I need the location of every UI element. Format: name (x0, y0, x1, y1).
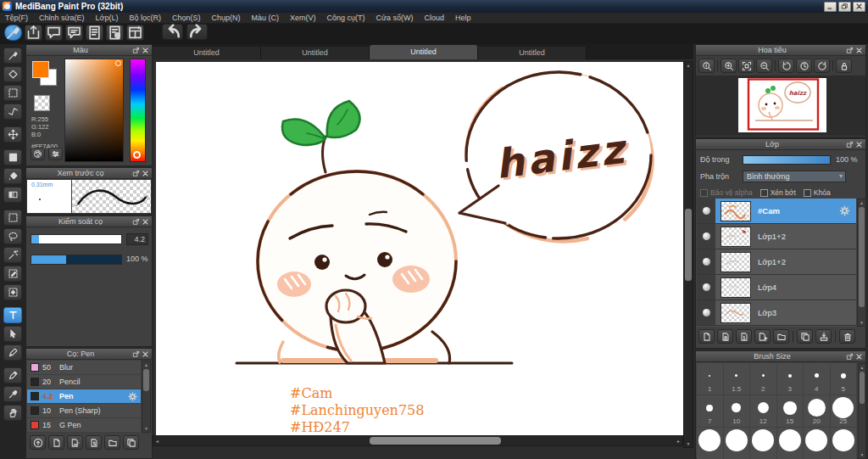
brush-item-g-pen[interactable]: 15G Pen (27, 418, 141, 433)
panel-popout-icon[interactable] (846, 353, 854, 361)
document-tab-4[interactable]: Untitled (478, 47, 587, 59)
brush-item-pen-sharp[interactable]: 10Pen (Sharp) (27, 404, 141, 418)
layer-opacity-slider[interactable] (743, 155, 831, 165)
panel-popout-icon[interactable] (132, 170, 140, 177)
brush-size-cell[interactable] (777, 428, 804, 459)
move-tool[interactable] (3, 126, 22, 143)
brush-control-header[interactable]: Kiểm soát cọ (26, 216, 152, 227)
merge-layer-button[interactable] (815, 329, 832, 344)
add-8bit-layer-button[interactable] (717, 329, 733, 344)
menu-item-c-ng-c-t[interactable]: Công cụ(T) (327, 14, 365, 22)
brush-size-cell-20[interactable]: 20 (804, 395, 831, 428)
document-button[interactable] (86, 25, 103, 41)
brush-size-cell-10[interactable]: 10 (724, 395, 751, 428)
color-sliders-button[interactable] (48, 148, 63, 160)
brush-size-cell-4[interactable]: 4 (804, 363, 831, 395)
scroll-left-icon[interactable] (153, 436, 161, 445)
brush-opacity-slider[interactable] (31, 255, 122, 265)
panel-popout-icon[interactable] (132, 47, 140, 54)
checkbox-b-o-v-alpha[interactable]: Bảo vệ alpha (700, 188, 753, 197)
layer-visibility-toggle[interactable] (697, 199, 715, 223)
document-tab-3[interactable]: Untitled (370, 45, 478, 59)
panel-close-icon[interactable] (855, 353, 863, 361)
comment-list-button[interactable] (65, 25, 83, 41)
upload-brush-button[interactable] (30, 435, 46, 450)
menu-item-cloud[interactable]: Cloud (425, 14, 445, 22)
layer-settings-gear-icon[interactable] (838, 204, 851, 217)
color-panel-header[interactable]: Màu (26, 45, 152, 56)
brush-size-cell-25[interactable]: 25 (831, 395, 858, 428)
scroll-thumb[interactable] (370, 437, 501, 445)
scroll-thumb[interactable] (685, 209, 692, 281)
eyedropper-tool[interactable] (3, 386, 22, 402)
add-script-brush-button[interactable] (86, 435, 102, 450)
layer-visibility-toggle[interactable] (697, 224, 715, 249)
add-layer-button[interactable] (698, 329, 715, 344)
magic-wand-tool[interactable] (3, 247, 22, 263)
brush-size-cell-1[interactable]: 1 (697, 363, 724, 395)
undo-button[interactable] (162, 24, 183, 40)
layer-row-l-p1-2[interactable]: Lớp1+2 (697, 224, 856, 249)
brush-folder-button[interactable] (104, 435, 120, 450)
menu-item-ch-n-s[interactable]: Chọn(S) (172, 14, 201, 22)
document-tab-2[interactable]: Untitled (261, 47, 370, 59)
brush-size-cell[interactable] (750, 428, 777, 459)
marquee-tool[interactable] (3, 85, 22, 101)
scroll-down-icon[interactable] (684, 440, 693, 447)
brush-size-cell[interactable] (724, 428, 751, 459)
menu-item-m-u-c[interactable]: Màu (C) (252, 14, 280, 22)
lasso-tool[interactable] (3, 228, 22, 244)
comment-button[interactable] (45, 25, 63, 41)
select-rect-tool[interactable] (3, 210, 22, 226)
add-layer-menu-button[interactable] (754, 329, 771, 344)
zoom-out-button[interactable] (756, 59, 772, 73)
scroll-up-icon[interactable] (858, 199, 865, 206)
document-settings-button[interactable] (106, 25, 124, 41)
panel-close-icon[interactable] (142, 350, 149, 358)
menu-item-ch-nh-s-a-e[interactable]: Chỉnh sửa(E) (39, 14, 85, 22)
text-tool[interactable] (3, 307, 22, 323)
hue-bar[interactable] (130, 59, 146, 162)
duplicate-layer-button[interactable] (797, 329, 813, 344)
bucket-tool[interactable] (3, 168, 22, 184)
scroll-down-icon[interactable] (142, 425, 150, 432)
brush-preview-header[interactable]: Xem trước cọ (26, 168, 152, 179)
title-bar[interactable]: MediBang Paint Pro (32bit) (0, 0, 868, 13)
zoom-reset-button[interactable] (698, 59, 715, 73)
brush-size-cell-7[interactable]: 7 (697, 395, 724, 428)
checkbox-box[interactable] (700, 189, 708, 197)
brush-size-cell-5[interactable]: 5 (831, 363, 858, 395)
eraser-tool[interactable] (3, 66, 22, 82)
scroll-thumb[interactable] (859, 207, 865, 307)
rotate-ccw-button[interactable] (778, 59, 794, 73)
menu-item-t-p-f[interactable]: Tệp(F) (5, 14, 28, 22)
brush-size-cell-15[interactable]: 15 (777, 395, 804, 428)
brush-size-cell[interactable] (831, 428, 858, 459)
checkbox-box[interactable] (760, 189, 768, 197)
panel-close-icon[interactable] (142, 170, 149, 177)
zoom-in-button[interactable] (721, 59, 737, 73)
layer-visibility-toggle[interactable] (697, 275, 715, 299)
select-pen-tool[interactable] (3, 266, 22, 282)
menu-item-help[interactable]: Help (455, 14, 471, 22)
brush-size-cell[interactable] (804, 428, 831, 459)
add-1bit-layer-button[interactable] (736, 329, 752, 344)
brush-size-scrollbar[interactable] (858, 363, 866, 459)
brush-size-header[interactable]: Brush Size (696, 351, 865, 362)
fit-window-button[interactable] (738, 59, 754, 73)
paint-mode-button[interactable] (4, 25, 22, 41)
canvas-vertical-scrollbar[interactable] (683, 61, 693, 448)
redo-button[interactable] (186, 24, 208, 40)
hand-tool[interactable] (3, 405, 22, 421)
layer-row-l-p1-2[interactable]: Lớp1+2 (697, 249, 856, 275)
brush-item-pen[interactable]: 4.2Pen (27, 389, 141, 404)
operation-tool[interactable] (3, 326, 22, 342)
share-button[interactable] (25, 25, 42, 41)
scroll-down-icon[interactable] (859, 451, 865, 458)
palette-button[interactable] (31, 148, 45, 160)
saturation-value-picker[interactable] (64, 59, 124, 162)
select-eraser-tool[interactable] (3, 284, 22, 300)
minimize-button[interactable] (824, 2, 837, 12)
panel-close-icon[interactable] (855, 47, 863, 54)
divide-tool[interactable] (3, 344, 22, 361)
